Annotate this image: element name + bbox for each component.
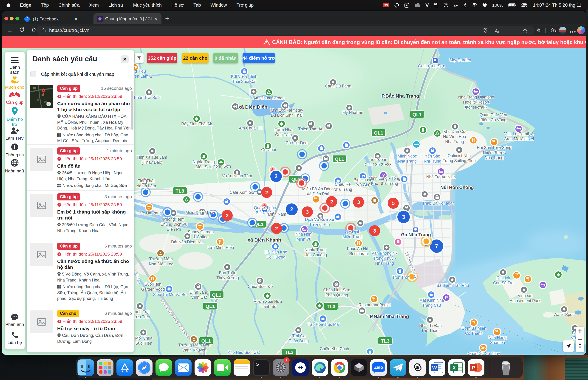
- svg-text:Villa Le Corail, A: Villa Le Corail, A: [504, 132, 533, 136]
- svg-text:Núi Hòn Chồng: Núi Hòn Chồng: [440, 185, 474, 190]
- svg-text:Miếu Quan Thá: Miếu Quan Thá: [186, 210, 213, 215]
- svg-text:Restaurant Poulet: Restaurant Poulet: [358, 303, 391, 307]
- svg-text:QL1: QL1: [212, 292, 221, 298]
- svg-text:Diên Sơn: Diên Sơn: [195, 165, 212, 169]
- svg-text:Vĩnh Cát: Vĩnh Cát: [191, 295, 207, 300]
- svg-text:Thảo Dung: Thảo Dung: [289, 339, 309, 343]
- svg-text:7: 7: [435, 243, 438, 249]
- svg-text:TL3: TL3: [285, 349, 293, 355]
- svg-text:3: 3: [402, 214, 405, 220]
- svg-text:Nghĩa Trang: Nghĩa Trang: [193, 160, 215, 164]
- svg-text:P.Bắc Nha Trang: P.Bắc Nha Trang: [382, 93, 419, 98]
- svg-text:xã Diên Khánh: xã Diên Khánh: [248, 237, 281, 243]
- svg-text:Vành Khuyên: Vành Khuyên: [182, 348, 206, 352]
- svg-text:Dịch Vụ Rửa Xe: Dịch Vụ Rửa Xe: [305, 217, 334, 222]
- svg-text:Quán Ốc Cô Thuý: Quán Ốc Cô Thuý: [468, 351, 500, 355]
- svg-text:Chiến Khu Cách: Chiến Khu Cách: [320, 346, 349, 351]
- svg-text:Văn Phòng Nx: Văn Phòng Nx: [372, 251, 398, 256]
- svg-text:Yến Sào: Yến Sào: [425, 154, 440, 158]
- svg-text:Mối Chùa: Mối Chùa: [135, 336, 153, 341]
- svg-text:Shantea: Shantea: [490, 340, 505, 345]
- svg-text:TL3: TL3: [381, 338, 389, 343]
- svg-text:Cty Định: Cty Định: [345, 229, 360, 234]
- svg-text:2: 2: [275, 226, 278, 231]
- svg-text:Con Sẻ Tre: Con Sẻ Tre: [493, 281, 514, 285]
- svg-text:Phuc An Hill -: Phuc An Hill -: [347, 246, 371, 251]
- svg-text:3: 3: [357, 199, 360, 205]
- svg-text:Đình Làng: Đình Làng: [190, 290, 208, 295]
- svg-text:Nha Trang: Nha Trang: [485, 155, 504, 160]
- svg-text:Trường Mầm: Trường Mầm: [149, 257, 173, 261]
- svg-text:Amusement Park: Amusement Park: [510, 299, 540, 303]
- svg-text:Du Lịch: Du Lịch: [496, 276, 510, 280]
- svg-text:Vườn Nhân Tâm: Vườn Nhân Tâm: [222, 173, 252, 178]
- svg-text:Phòng Tiêm: Phòng Tiêm: [163, 217, 184, 222]
- svg-text:Nha Trang: Nha Trang: [445, 139, 464, 144]
- svg-text:Tháp Bà Ponagar: Tháp Bà Ponagar: [422, 201, 454, 206]
- svg-text:Suối Tiên: Suối Tiên: [136, 341, 152, 345]
- svg-text:Trang Sailing Club: Trang Sailing Club: [443, 158, 475, 163]
- svg-text:Biển, Có Võng: Biển, Có Võng: [481, 117, 507, 122]
- svg-text:2: 2: [275, 173, 278, 179]
- svg-text:Không Sơn: Không Sơn: [211, 164, 231, 169]
- svg-text:Miền Trung: Miền Trung: [342, 234, 363, 239]
- svg-text:Nhà Hàng: Nhà Hàng: [489, 335, 507, 340]
- svg-text:Tròn Tròn: Tròn Tròn: [392, 275, 409, 280]
- svg-text:Hotel & Resort: Hotel & Resort: [463, 100, 489, 104]
- svg-text:Gò Chòi: Gò Chòi: [261, 147, 276, 152]
- svg-text:Khu Dân Cư: Khu Dân Cư: [443, 129, 466, 134]
- svg-text:Hòn Chuông: Hòn Chuông: [304, 253, 327, 257]
- svg-text:Hải Sản Khô: Hải Sản Khô: [265, 250, 287, 254]
- svg-text:Fly Nhatran: Fly Nhatran: [342, 110, 363, 115]
- svg-text:Trường Mầm Non: Trường Mầm Non: [178, 343, 210, 347]
- svg-text:Restaurant: Restaurant: [349, 251, 369, 256]
- svg-text:QL1: QL1: [335, 156, 344, 162]
- svg-text:Tịnh Thất: Tịnh Thất: [137, 179, 155, 183]
- svg-text:Trang Cs3: Trang Cs3: [422, 303, 441, 308]
- svg-text:2: 2: [226, 213, 229, 218]
- svg-text:Thiên Phước: Thiên Phước: [482, 150, 506, 155]
- svg-text:Chậu Rẻ: Chậu Rẻ: [335, 182, 351, 187]
- svg-text:Quầy Thuốc: Quầy Thuốc: [254, 206, 276, 210]
- svg-text:Lưu Minh Hiếu: Lưu Minh Hiếu: [208, 245, 234, 250]
- svg-text:Cánh Dù Farm: Cánh Dù Farm: [325, 84, 352, 88]
- svg-text:Đất Nền Diên Hòa: Đất Nền Diên Hòa: [171, 240, 204, 244]
- svg-text:Zalo: Zalo: [374, 365, 383, 370]
- svg-text:Thiền Tâm Ấn: Thiền Tâm Ấn: [298, 127, 323, 131]
- svg-text:Nghĩa Trang: Nghĩa Trang: [305, 247, 327, 252]
- svg-text:Nha Trang: Nha Trang: [375, 261, 394, 266]
- svg-text:Kim Eco Farmstay: Kim Eco Farmstay: [270, 108, 303, 113]
- svg-text:(Võ Gia): (Võ Gia): [355, 183, 370, 187]
- svg-text:Garden Food: Garden Food: [141, 287, 165, 292]
- svg-text:3: 3: [306, 209, 309, 215]
- svg-text:X: X: [452, 365, 456, 371]
- svg-text:Cscđ Số 2-E23: Cscđ Số 2-E23: [365, 162, 392, 167]
- svg-text:Cốc Tư Đen: Cốc Tư Đen: [286, 140, 307, 145]
- svg-text:Cô Hường: Cô Hường: [266, 255, 286, 259]
- svg-text:Ông Tám: Ông Tám: [275, 132, 292, 137]
- svg-text:Ga Nha Trang: Ga Nha Trang: [401, 232, 431, 237]
- svg-text:èn Lâm 1: èn Lâm 1: [135, 74, 152, 78]
- svg-text:Non Diên Lộc: Non Diên Lộc: [149, 262, 173, 266]
- svg-text:Thái Suối Cái: Thái Suối Cái: [232, 79, 256, 84]
- svg-text:Mắt Kính Nha: Mắt Kính Nha: [419, 298, 444, 303]
- svg-text:P.Nam Nha Trang: P.Nam Nha Trang: [370, 314, 409, 319]
- svg-text:Pháp Quang: Pháp Quang: [325, 293, 348, 297]
- svg-text:Phân Trại Số 2: Phân Trại Số 2: [134, 95, 160, 100]
- svg-text:Vinpearl: Vinpearl: [518, 293, 532, 298]
- svg-text:QL1: QL1: [206, 304, 215, 309]
- svg-text:Ga Lương Sơn: Ga Lương Sơn: [418, 64, 445, 68]
- svg-text:Nha Trang: Nha Trang: [333, 187, 352, 192]
- svg-text:Hải Sản Tươi Sống: Hải Sản Tươi Sống: [477, 145, 511, 150]
- svg-text:Am Chua Garden: Am Chua Garden: [253, 96, 285, 100]
- svg-text:Optimist Nha: Optimist Nha: [448, 153, 471, 158]
- svg-text:Kho Nha Trang: Kho Nha Trang: [371, 181, 398, 186]
- svg-text:Xã Diên Phú: Xã Diên Phú: [307, 192, 329, 196]
- svg-text:Nhi Trung: Nhi Trung: [424, 159, 441, 164]
- svg-text:Tường Phú: Tường Phú: [309, 222, 330, 227]
- svg-text:Nha Trang Diamond: Nha Trang Diamond: [458, 95, 494, 99]
- svg-text:P: P: [472, 365, 475, 371]
- svg-text:Жопенстайн: Жопенстайн: [465, 105, 488, 110]
- svg-text:2: 2: [265, 190, 268, 195]
- svg-text:xã Diên Điền: xã Diên Điền: [238, 104, 267, 110]
